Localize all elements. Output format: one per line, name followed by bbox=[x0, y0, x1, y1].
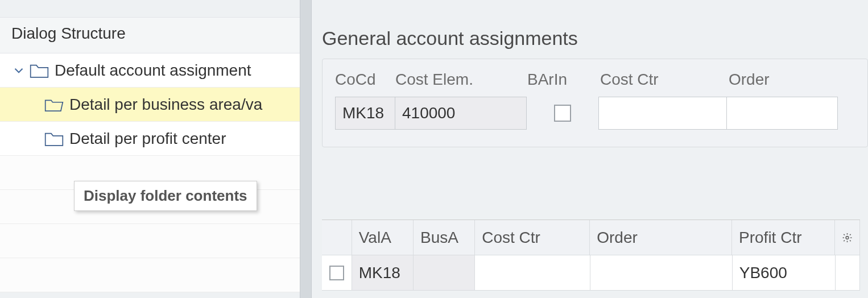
folder-icon bbox=[44, 130, 64, 147]
tree-node-default-account-assignment[interactable]: Default account assignment bbox=[0, 53, 300, 88]
header-barin: BArIn bbox=[527, 71, 600, 89]
cell-cost-elem[interactable]: 410000 bbox=[395, 97, 527, 130]
value-vala: MK18 bbox=[359, 264, 400, 282]
header-cocd: CoCd bbox=[335, 71, 395, 89]
tree-node-label: Detail per business area/va bbox=[69, 96, 262, 114]
form-box: CoCd Cost Elem. BArIn Cost Ctr Order MK1… bbox=[322, 59, 868, 147]
barin-checkbox[interactable] bbox=[554, 105, 571, 122]
dialog-structure-pane: Dialog Structure Default account assignm… bbox=[0, 0, 300, 298]
tree-empty-row bbox=[0, 258, 300, 292]
tree-node-label: Detail per profit center bbox=[69, 130, 226, 148]
cell-order[interactable] bbox=[590, 255, 733, 291]
tooltip: Display folder contents bbox=[74, 181, 257, 211]
cell-busa[interactable] bbox=[414, 255, 475, 291]
tree-node-detail-profit-center[interactable]: Detail per profit center bbox=[0, 122, 300, 156]
content-pane: General account assignments CoCd Cost El… bbox=[312, 0, 868, 298]
svg-point-0 bbox=[846, 236, 849, 239]
folder-open-icon bbox=[44, 96, 64, 113]
app-root: Dialog Structure Default account assignm… bbox=[0, 0, 868, 298]
tree-empty-row bbox=[0, 224, 300, 258]
table-header-select bbox=[322, 220, 352, 255]
cell-barin[interactable] bbox=[526, 97, 599, 130]
table-header-vala[interactable]: ValA bbox=[352, 220, 414, 255]
table-header-busa[interactable]: BusA bbox=[414, 220, 475, 255]
splitter[interactable] bbox=[300, 0, 312, 298]
row-trailing-cell bbox=[836, 255, 860, 291]
value-cost-elem: 410000 bbox=[402, 104, 455, 122]
row-checkbox[interactable] bbox=[329, 266, 344, 280]
cell-cost-ctr[interactable] bbox=[475, 255, 590, 291]
header-cost-ctr: Cost Ctr bbox=[600, 71, 729, 89]
form-row: MK18 410000 bbox=[335, 97, 855, 130]
table-header-row: ValA BusA Cost Ctr Order Profit Ctr bbox=[322, 220, 860, 255]
tree-node-label: Default account assignment bbox=[55, 61, 251, 80]
table-header-cost-ctr[interactable]: Cost Ctr bbox=[475, 220, 590, 255]
header-order: Order bbox=[729, 71, 820, 89]
table-header-order[interactable]: Order bbox=[590, 220, 732, 255]
table-header-profit-ctr[interactable]: Profit Ctr bbox=[732, 220, 835, 255]
gear-icon[interactable] bbox=[835, 220, 860, 255]
value-cocd: MK18 bbox=[342, 104, 384, 122]
detail-table: ValA BusA Cost Ctr Order Profit Ctr MK18 bbox=[322, 220, 860, 291]
table-row[interactable]: MK18 YB600 bbox=[322, 255, 860, 291]
tree-node-detail-business-area[interactable]: Detail per business area/va bbox=[0, 88, 300, 122]
value-profit-ctr: YB600 bbox=[739, 264, 787, 282]
cell-cost-ctr[interactable] bbox=[598, 97, 727, 130]
tree: Default account assignment Detail per bu… bbox=[0, 53, 300, 292]
section-title: General account assignments bbox=[312, 0, 868, 59]
chevron-down-icon[interactable] bbox=[11, 63, 26, 78]
cell-profit-ctr[interactable]: YB600 bbox=[733, 255, 836, 291]
cell-cocd[interactable]: MK18 bbox=[335, 97, 395, 130]
header-cost-elem: Cost Elem. bbox=[395, 71, 527, 89]
dialog-structure-title: Dialog Structure bbox=[0, 17, 300, 53]
cell-vala[interactable]: MK18 bbox=[352, 255, 414, 291]
form-headers: CoCd Cost Elem. BArIn Cost Ctr Order bbox=[335, 71, 855, 89]
row-select-cell[interactable] bbox=[322, 255, 352, 291]
folder-icon bbox=[30, 62, 49, 79]
cell-order[interactable] bbox=[726, 97, 838, 130]
